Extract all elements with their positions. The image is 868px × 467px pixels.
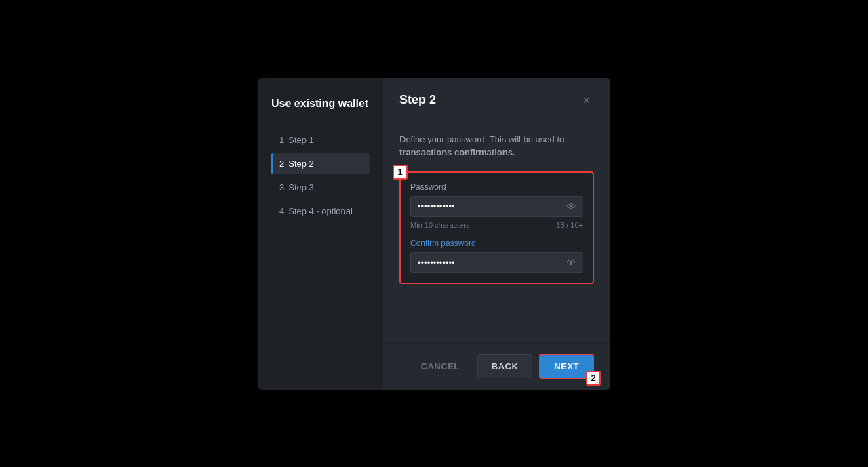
left-panel: Use existing wallet 1 Step 1 2 Step 2 3 …: [258, 78, 383, 390]
sidebar-item-step1[interactable]: 1 Step 1: [271, 129, 370, 150]
next-button-wrapper: 2 NEXT: [539, 354, 594, 379]
password-hint-row: Min 10 characters 13 / 10+: [410, 221, 583, 229]
step3-num: 3: [279, 182, 284, 192]
cancel-button[interactable]: CANCEL: [410, 355, 471, 378]
sidebar-item-step2[interactable]: 2 Step 2: [271, 153, 370, 174]
panel-title: Use existing wallet: [271, 97, 370, 111]
right-content: Define your password. This will be used …: [383, 119, 610, 342]
password-input[interactable]: [410, 196, 583, 217]
step2-label: Step 2: [288, 159, 314, 169]
close-button[interactable]: ×: [578, 93, 594, 108]
step2-num: 2: [279, 159, 284, 169]
step-description: Define your password. This will be used …: [399, 133, 594, 159]
step4-label: Step 4 - optional: [288, 206, 353, 216]
sidebar-item-step4[interactable]: 4 Step 4 - optional: [271, 201, 370, 222]
step1-label: Step 1: [288, 135, 314, 145]
annotation-badge-1: 1: [393, 165, 408, 180]
confirm-label: Confirm password: [410, 239, 583, 248]
password-box: Password 👁 Min 10 characters 13 / 10+ Co…: [399, 171, 594, 284]
modal: Use existing wallet 1 Step 1 2 Step 2 3 …: [258, 78, 610, 390]
step4-num: 4: [279, 206, 284, 216]
annotation-badge-2: 2: [586, 371, 601, 386]
description-bold: transactions confirmations.: [399, 147, 515, 157]
password-label: Password: [410, 182, 583, 192]
description-plain: Define your password. This will be used …: [399, 134, 564, 144]
right-footer: CANCEL BACK 2 NEXT: [383, 342, 610, 390]
confirm-toggle-icon[interactable]: 👁: [566, 257, 576, 268]
right-header: Step 2 ×: [383, 78, 610, 119]
sidebar-item-step3[interactable]: 3 Step 3: [271, 177, 370, 198]
step-title: Step 2: [399, 93, 436, 107]
password-section: 1 Password 👁 Min 10 characters 13 / 10+ …: [399, 171, 594, 284]
step1-num: 1: [279, 135, 284, 145]
password-toggle-icon[interactable]: 👁: [566, 201, 576, 212]
step-list: 1 Step 1 2 Step 2 3 Step 3 4 Step 4 - op…: [271, 129, 370, 222]
confirm-input-wrapper: 👁: [410, 252, 583, 273]
back-button[interactable]: BACK: [477, 354, 533, 378]
password-count: 13 / 10+: [556, 221, 583, 229]
step3-label: Step 3: [288, 182, 314, 192]
password-hint: Min 10 characters: [410, 221, 469, 229]
password-input-wrapper: 👁: [410, 196, 583, 217]
confirm-password-input[interactable]: [410, 252, 583, 273]
right-panel: Step 2 × Define your password. This will…: [383, 78, 610, 390]
